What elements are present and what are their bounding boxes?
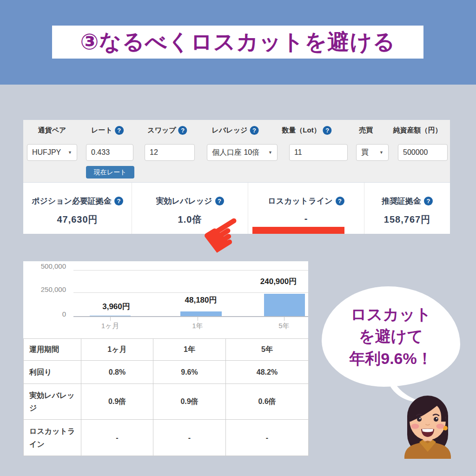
x-tick-label: 5年 [278,322,289,331]
header-net-assets: 純資産額（円） [393,126,442,135]
table-cell: - [153,420,226,456]
table-cell: 0.9倍 [81,384,153,420]
bar-value-label: 3,960円 [102,301,130,312]
header-swap: スワップ ? [147,126,187,135]
help-icon[interactable]: ? [336,197,344,205]
chevron-down-icon: ▼ [379,150,383,155]
y-tick-label: 500,000 [23,262,66,270]
result-label: 推奨証拠金 [382,196,421,206]
leverage-select[interactable]: 個人口座 10倍 ▼ [207,144,278,161]
side-select[interactable]: 買 ▼ [356,144,389,161]
result-value: - [304,213,308,224]
result-label: ロスカットライン [268,196,332,206]
chevron-down-icon: ▼ [68,150,72,155]
header-leverage: レバレッジ ? [212,126,259,135]
x-tick [284,317,284,321]
net-assets-input[interactable] [398,144,448,161]
simulation-panel: 500,000 250,000 0 3,960円 48,180円 240,900… [23,261,308,456]
results-panel: ポジション必要証拠金 ? 47,630円 実効レバレッジ ? 1.0倍 ロスカッ… [23,182,450,234]
result-losscut-line: ロスカットライン ? - [248,183,364,234]
table-row: ロスカットライン - - - [24,420,309,456]
result-value: 158,767円 [384,213,430,226]
table-row: 利回り 0.8% 9.6% 48.2% [24,361,309,384]
bar-5year [264,294,305,316]
table-cell: - [81,420,153,456]
header-currency-pair: 通貨ペア [38,126,66,135]
avatar [396,393,459,459]
x-tick-label: 1年 [192,322,203,331]
banner: ③なるべくロスカットを避ける [52,26,423,59]
table-cell: - [226,420,309,456]
header-label: スワップ [147,126,176,135]
swap-input[interactable] [145,144,195,161]
currency-pair-value: HUFJPY [32,148,61,157]
header-label: レート [91,126,112,135]
chevron-down-icon: ▼ [268,150,272,155]
result-recommended-margin: 推奨証拠金 ? 158,767円 [364,183,450,234]
table-row: 運用期間 1ヶ月 1年 5年 [24,339,309,361]
bar-1month [90,316,131,316]
bar-value-label: 48,180円 [185,295,217,305]
result-label: 実効レバレッジ [156,196,212,206]
row-label: 実効レバレッジ [24,384,81,420]
header-label: 売買 [359,126,373,135]
header-side: 売買 [359,126,373,135]
current-rate-button[interactable]: 現在レート [86,166,134,178]
x-tick [198,317,198,321]
header-label: 通貨ペア [38,126,66,135]
header-lot: 数量（Lot） ? [282,126,331,135]
table-cell: 9.6% [153,361,226,384]
x-tick-label: 1ヶ月 [101,322,119,331]
table-cell: 1ヶ月 [81,339,153,361]
header-label: レバレッジ [212,126,248,135]
table-cell: 0.6倍 [226,384,309,420]
table-cell: 0.8% [81,361,153,384]
result-value: 1.0倍 [178,213,202,226]
side-value: 買 [361,148,369,158]
help-icon[interactable]: ? [323,126,332,135]
x-axis [73,316,308,317]
header-label: 純資産額（円） [393,126,442,135]
help-icon[interactable]: ? [178,126,187,135]
gridline [73,292,308,293]
currency-pair-select[interactable]: HUFJPY ▼ [27,144,77,161]
x-tick [110,317,111,321]
profit-bar-chart: 500,000 250,000 0 3,960円 48,180円 240,900… [23,261,308,338]
row-label: ロスカットライン [24,420,81,456]
bubble-text: を避けて [359,325,423,348]
table-row: 実効レバレッジ 0.9倍 0.9倍 0.6倍 [24,384,309,420]
help-icon[interactable]: ? [115,126,124,135]
simulation-table: 運用期間 1ヶ月 1年 5年 利回り 0.8% 9.6% 48.2% 実効レバレ… [23,338,309,456]
help-icon[interactable]: ? [250,126,258,135]
row-label: 運用期間 [24,339,81,361]
bar-1year [180,311,222,316]
table-cell: 5年 [226,339,309,361]
banner-title: ③なるべくロスカットを避ける [80,27,395,57]
y-tick-label: 250,000 [23,285,66,293]
help-icon[interactable]: ? [424,197,433,205]
gridline [73,270,308,271]
row-label: 利回り [24,361,81,384]
header-rate: レート ? [91,126,124,135]
table-cell: 48.2% [226,361,309,384]
bubble-text: ロスカット [350,304,431,326]
rate-input[interactable] [86,144,133,161]
table-cell: 0.9倍 [153,384,226,420]
result-required-margin: ポジション必要証拠金 ? 47,630円 [23,183,132,234]
bubble-text: 年利9.6%！ [349,348,433,370]
help-icon[interactable]: ? [215,197,224,205]
header-label: 数量（Lot） [282,126,320,135]
bar-value-label: 240,900円 [260,276,297,287]
leverage-value: 個人口座 10倍 [212,148,259,158]
lot-input[interactable] [289,144,348,161]
table-cell: 1年 [153,339,226,361]
result-effective-leverage: 実効レバレッジ ? 1.0倍 [132,183,248,234]
result-label: ポジション必要証拠金 [32,196,112,206]
help-icon[interactable]: ? [114,197,123,205]
speech-bubble: ロスカット を避けて 年利9.6%！ [322,286,460,387]
y-tick-label: 0 [23,310,66,318]
result-value: 47,630円 [57,213,98,226]
calculator-form: 通貨ペア レート ? スワップ ? レバレッジ ? 数量（Lot） ? 売買 純… [23,120,450,182]
red-underline-highlight [252,227,344,234]
